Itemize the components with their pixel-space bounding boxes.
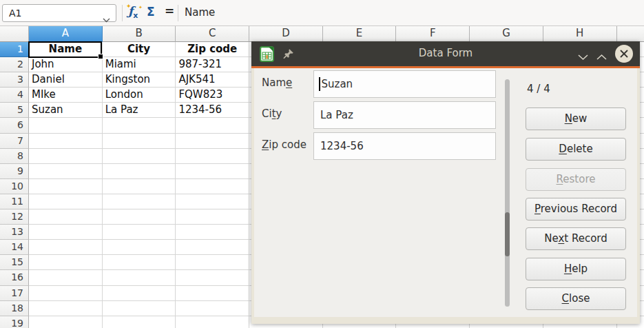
dialog-titlebar[interactable]: Data Form [251,41,640,66]
cell-B15[interactable] [103,255,176,270]
help-button[interactable]: Help [526,258,626,280]
cell-B11[interactable] [103,194,176,209]
cell-B3[interactable]: Kingston [103,72,176,88]
row-header-18[interactable]: 18 [0,301,29,316]
cell-A1[interactable]: Name [29,42,103,57]
cell-A17[interactable] [29,286,103,301]
cell-C11[interactable] [176,194,249,209]
cell-C6[interactable] [176,118,249,133]
cell-A2[interactable]: John [29,57,103,72]
column-header-C[interactable]: C [176,26,249,42]
cell-A3[interactable]: Daniel [29,72,103,88]
close-button[interactable]: Close [526,287,626,310]
cell-C5[interactable]: 1234-56 [176,103,249,118]
row-header-1[interactable]: 1 [0,42,29,57]
cell-C9[interactable] [176,164,249,179]
dialog-scrollbar[interactable] [505,79,510,307]
cell-C13[interactable] [176,225,249,240]
cell-A14[interactable] [29,240,103,255]
column-header-F[interactable]: F [396,26,470,42]
column-header-D[interactable]: D [249,26,323,42]
row-header-11[interactable]: 11 [0,194,29,209]
row-header-5[interactable]: 5 [0,103,29,118]
cell-B13[interactable] [103,225,176,240]
column-header-H[interactable]: H [543,26,617,42]
cell-C3[interactable]: AJK541 [176,72,249,88]
previous-record-button[interactable]: Previous Record [526,198,626,221]
row-header-13[interactable]: 13 [0,225,29,240]
cell-A4[interactable]: MIke [29,88,103,103]
cell-B16[interactable] [103,270,176,285]
close-icon[interactable] [615,45,633,63]
cell-A10[interactable] [29,179,103,194]
cell-A7[interactable] [29,134,103,149]
next-record-button[interactable]: Next Record [526,227,626,250]
column-header-G[interactable]: G [470,26,543,42]
cell-B17[interactable] [103,286,176,301]
cell-B18[interactable] [103,301,176,316]
row-header-7[interactable]: 7 [0,134,29,149]
name-field-input[interactable]: Suzan [313,70,496,98]
equals-formula-icon[interactable]: = [165,4,174,18]
row-header-2[interactable]: 2 [0,57,29,72]
cell-A18[interactable] [29,301,103,316]
row-header-10[interactable]: 10 [0,179,29,194]
column-header-B[interactable]: B [103,26,176,42]
scrollbar-thumb[interactable] [505,212,510,256]
cell-A15[interactable] [29,255,103,270]
row-header-17[interactable]: 17 [0,286,29,301]
name-box[interactable]: A1 [2,4,116,22]
row-header-6[interactable]: 6 [0,118,29,133]
column-header-A[interactable]: A [29,26,103,42]
cell-C4[interactable]: FQW823 [176,88,249,103]
new-button[interactable]: New [526,107,626,130]
city-field-input[interactable]: La Paz [313,101,496,129]
sigma-sum-icon[interactable]: Σ [147,5,155,19]
cell-C12[interactable] [176,209,249,225]
cell-B6[interactable] [103,118,176,133]
row-header-8[interactable]: 8 [0,149,29,164]
row-header-12[interactable]: 12 [0,209,29,225]
chevron-down-icon[interactable] [577,50,589,63]
cell-B10[interactable] [103,179,176,194]
cell-A12[interactable] [29,209,103,225]
cell-C8[interactable] [176,149,249,164]
zip-code-field-input[interactable]: 1234-56 [313,132,496,160]
cell-A5[interactable]: Suzan [29,103,103,118]
chevron-up-icon[interactable] [596,50,607,63]
chevron-down-icon[interactable] [103,11,110,28]
row-header-14[interactable]: 14 [0,240,29,255]
cell-A13[interactable] [29,225,103,240]
row-header-15[interactable]: 15 [0,255,29,270]
cell-C18[interactable] [176,301,249,316]
cell-A11[interactable] [29,194,103,209]
cell-C14[interactable] [176,240,249,255]
delete-button[interactable]: Delete [526,138,626,161]
cell-C2[interactable]: 987-321 [176,57,249,72]
function-wizard-fx-icon[interactable]: ƒx✦✦ [128,4,146,22]
cell-B2[interactable]: Miami [103,57,176,72]
cell-C17[interactable] [176,286,249,301]
cell-B1[interactable]: City [103,42,176,57]
cell-B4[interactable]: London [103,88,176,103]
cell-A16[interactable] [29,270,103,285]
row-header-19[interactable]: 19 [0,316,29,328]
column-header-overflow[interactable] [617,26,644,42]
row-header-3[interactable]: 3 [0,72,29,88]
cell-A19[interactable] [29,316,103,328]
cell-C19[interactable] [176,316,249,328]
cell-C1[interactable]: Zip code [176,42,249,57]
cell-C15[interactable] [176,255,249,270]
formula-input-line[interactable]: Name [185,6,215,19]
cell-A8[interactable] [29,149,103,164]
cell-B9[interactable] [103,164,176,179]
row-header-16[interactable]: 16 [0,270,29,285]
cell-B14[interactable] [103,240,176,255]
cell-B19[interactable] [103,316,176,328]
cell-C16[interactable] [176,270,249,285]
cell-C10[interactable] [176,179,249,194]
cell-B7[interactable] [103,134,176,149]
cell-B12[interactable] [103,209,176,225]
cell-A6[interactable] [29,118,103,133]
select-all-corner[interactable] [0,26,29,42]
